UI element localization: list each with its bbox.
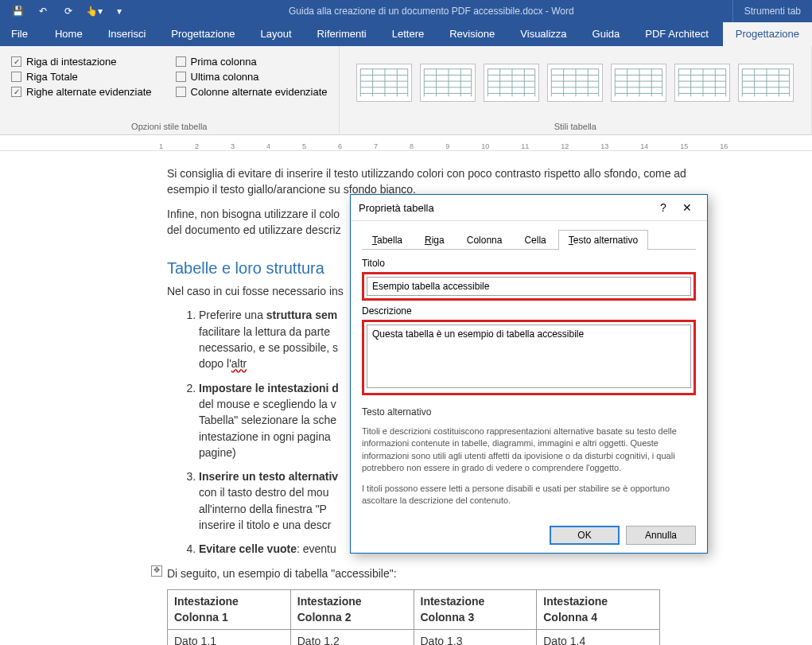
- ruler-mark: 13: [600, 142, 608, 150]
- checkbox-icon: [11, 87, 21, 97]
- dialog-close-icon[interactable]: ✕: [675, 201, 699, 214]
- tab-design[interactable]: Progettazione: [158, 22, 247, 46]
- dialog-title: Proprietà tabella: [359, 202, 651, 214]
- ruler-mark: 14: [640, 142, 648, 150]
- table-cell[interactable]: Dato 1,1: [168, 629, 291, 645]
- table-style-thumb[interactable]: [611, 64, 666, 102]
- group-label-styles: Stili tabella: [554, 122, 596, 131]
- table-style-thumb[interactable]: [547, 64, 603, 102]
- checkbox-icon: [176, 72, 186, 82]
- dialog-tab-alt-text[interactable]: Testo alternativo: [558, 230, 648, 250]
- ruler-mark: 8: [410, 142, 414, 150]
- tab-file[interactable]: File: [3, 22, 42, 46]
- ok-button[interactable]: OK: [550, 526, 620, 545]
- checkbox-first-column[interactable]: Prima colonna: [176, 56, 328, 68]
- checkbox-banded-columns[interactable]: Colonne alternate evidenziate: [176, 86, 328, 98]
- tab-references[interactable]: Riferimenti: [305, 22, 379, 46]
- ruler-mark: 11: [521, 142, 529, 150]
- ruler-mark: 9: [445, 142, 449, 150]
- checkbox-banded-rows[interactable]: Righe alternate evidenziate: [11, 86, 152, 98]
- tab-view[interactable]: Visualizza: [507, 22, 579, 46]
- ruler-mark: 15: [680, 142, 688, 150]
- table-header-cell[interactable]: Intestazione Colonna 3: [414, 589, 537, 629]
- checkbox-label: Riga di intestazione: [26, 56, 116, 68]
- help-text: I titoli possono essere letti a persone …: [362, 483, 696, 507]
- checkbox-label: Ultima colonna: [191, 71, 259, 83]
- table-cell[interactable]: Dato 1,4: [537, 629, 660, 645]
- dialog-tab-row[interactable]: Riga: [414, 230, 455, 250]
- tab-pdf[interactable]: PDF Architect 5 Creator: [632, 22, 722, 46]
- description-textarea[interactable]: [367, 324, 691, 388]
- title-field-label: Titolo: [362, 258, 696, 269]
- table-style-thumb[interactable]: [420, 64, 476, 102]
- body-text: Di seguito, un esempio di tabella "acces…: [167, 565, 716, 581]
- ribbon-tabs: File Home Inserisci Progettazione Layout…: [0, 22, 812, 46]
- table-style-thumb[interactable]: [738, 64, 794, 102]
- ruler-mark: 5: [302, 142, 306, 150]
- table-row[interactable]: Dato 1,1Dato 1,2Dato 1,3Dato 1,4: [168, 629, 660, 645]
- table-style-options-group: Riga di intestazione Riga Totale Righe a…: [0, 46, 340, 134]
- dialog-tab-column[interactable]: Colonna: [457, 230, 513, 250]
- ruler-mark: 12: [561, 142, 569, 150]
- body-text: Si consiglia di evitare di inserire il t…: [167, 165, 716, 198]
- dialog-help-icon[interactable]: ?: [651, 201, 675, 214]
- dialog-tab-table[interactable]: Tabella: [362, 230, 413, 250]
- checkbox-label: Riga Totale: [26, 71, 78, 83]
- checkbox-label: Colonne alternate evidenziate: [191, 86, 328, 98]
- example-table[interactable]: Intestazione Colonna 1Intestazione Colon…: [167, 589, 660, 645]
- ruler-mark: 3: [231, 142, 235, 150]
- ruler-mark: 1: [159, 142, 163, 150]
- context-tab-label: Strumenti tab: [732, 0, 812, 22]
- tab-home[interactable]: Home: [42, 22, 95, 46]
- table-properties-dialog: Proprietà tabella ? ✕ Tabella Riga Colon…: [350, 194, 708, 554]
- table-header-cell[interactable]: Intestazione Colonna 4: [537, 589, 660, 629]
- table-cell[interactable]: Dato 1,3: [414, 629, 537, 645]
- ruler-mark: 4: [266, 142, 270, 150]
- checkbox-label: Righe alternate evidenziate: [26, 86, 152, 98]
- ruler-mark: 7: [374, 142, 378, 150]
- horizontal-ruler[interactable]: 12345678910111213141516: [0, 135, 812, 151]
- description-field-label: Descrizione: [362, 305, 696, 317]
- table-move-handle-icon[interactable]: ✥: [151, 565, 162, 577]
- help-heading: Testo alternativo: [362, 406, 696, 418]
- ruler-mark: 2: [195, 142, 199, 150]
- table-style-thumb[interactable]: [356, 64, 412, 102]
- qat-customize-icon[interactable]: ▾: [108, 2, 130, 21]
- touch-icon[interactable]: 👆▾: [83, 2, 105, 21]
- cancel-button[interactable]: Annulla: [626, 526, 696, 545]
- checkbox-last-column[interactable]: Ultima colonna: [176, 71, 328, 83]
- checkbox-label: Prima colonna: [191, 56, 257, 68]
- tab-table-design[interactable]: Progettazione: [723, 22, 812, 46]
- ruler-mark: 6: [338, 142, 342, 150]
- table-style-thumb[interactable]: [484, 64, 539, 102]
- tab-mailings[interactable]: Lettere: [379, 22, 437, 46]
- ruler-mark: 10: [481, 142, 489, 150]
- titlebar: 💾 ↶ ⟳ 👆▾ ▾ Guida alla creazione di un do…: [0, 0, 812, 22]
- ruler-mark: 16: [720, 142, 728, 150]
- help-text: Titoli e descrizioni costituiscono rappr…: [362, 425, 696, 475]
- tab-help[interactable]: Guida: [580, 22, 633, 46]
- group-label-options: Opzioni stile tabella: [11, 122, 328, 131]
- redo-icon[interactable]: ⟳: [57, 2, 80, 21]
- table-style-thumb[interactable]: [674, 64, 730, 102]
- undo-icon[interactable]: ↶: [32, 2, 54, 21]
- checkbox-icon: [11, 72, 21, 82]
- table-header-cell[interactable]: Intestazione Colonna 2: [290, 589, 414, 629]
- checkbox-total-row[interactable]: Riga Totale: [11, 71, 152, 83]
- checkbox-icon: [11, 56, 21, 67]
- table-styles-group: Stili tabella: [340, 46, 812, 134]
- title-input[interactable]: [367, 277, 691, 296]
- document-title: Guida alla creazione di un documento PDF…: [130, 6, 732, 17]
- tab-layout[interactable]: Layout: [248, 22, 305, 46]
- tab-insert[interactable]: Inserisci: [95, 22, 159, 46]
- tab-review[interactable]: Revisione: [437, 22, 507, 46]
- checkbox-icon: [176, 87, 186, 97]
- ribbon-body: Riga di intestazione Riga Totale Righe a…: [0, 46, 812, 135]
- checkbox-icon: [176, 56, 186, 67]
- save-icon[interactable]: 💾: [6, 2, 29, 21]
- table-cell[interactable]: Dato 1,2: [290, 629, 414, 645]
- table-header-cell[interactable]: Intestazione Colonna 1: [168, 589, 291, 629]
- dialog-tab-cell[interactable]: Cella: [514, 230, 556, 250]
- checkbox-header-row[interactable]: Riga di intestazione: [11, 56, 152, 68]
